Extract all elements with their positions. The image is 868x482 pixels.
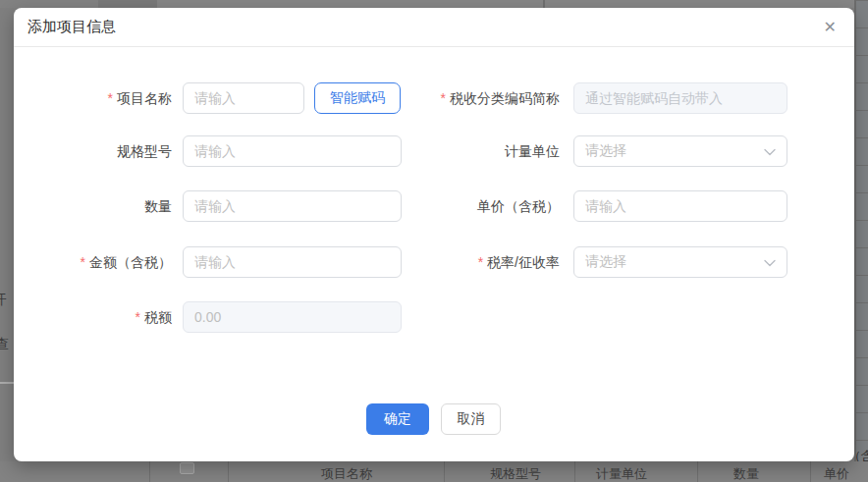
label-text: 计量单位 — [505, 143, 560, 159]
form-row: 数量 单价（含税） — [14, 190, 854, 222]
unit-select-group: 请选择 — [573, 135, 787, 167]
amount-input[interactable] — [183, 246, 402, 278]
close-icon[interactable]: ✕ — [824, 20, 837, 35]
chevron-down-icon — [764, 148, 776, 156]
field-label-spec-model: 规格型号 — [20, 135, 172, 167]
quantity-input[interactable] — [183, 190, 402, 222]
chevron-down-icon — [764, 259, 776, 267]
background-table-border — [574, 461, 575, 482]
add-item-dialog: 添加项目信息 ✕ *项目名称 智能赋码 *税收分类编码简称 规格型号 计量单位 … — [14, 8, 854, 461]
label-text: 金额（含税） — [89, 254, 172, 270]
select-placeholder: 请选择 — [585, 253, 776, 271]
amount-group — [183, 246, 402, 278]
field-label-project-name: *项目名称 — [20, 82, 172, 114]
background-table-border — [149, 461, 150, 482]
field-label-amount: *金额（含税） — [20, 246, 172, 278]
field-label-tax-rate: *税率/征收率 — [403, 246, 560, 278]
form-row: 规格型号 计量单位 请选择 — [14, 135, 854, 167]
required-asterisk: * — [81, 254, 85, 270]
confirm-button[interactable]: 确定 — [366, 403, 429, 435]
tax-rate-select-group: 请选择 — [573, 246, 787, 278]
label-text: 税率/征收率 — [487, 254, 560, 270]
project-name-group: 智能赋码 — [183, 82, 402, 114]
label-text: 单价（含税） — [477, 198, 560, 214]
background-table-border — [697, 461, 698, 482]
background-table-border — [543, 0, 545, 8]
spec-model-input[interactable] — [183, 135, 402, 167]
dialog-title: 添加项目信息 — [27, 18, 116, 36]
background-table-border — [444, 461, 445, 482]
background-checkbox — [180, 462, 194, 474]
label-text: 项目名称 — [117, 90, 172, 106]
label-text: 数量 — [144, 198, 172, 214]
field-label-unit: 计量单位 — [403, 135, 560, 167]
smart-code-button[interactable]: 智能赋码 — [314, 82, 401, 114]
quantity-group — [183, 190, 402, 222]
field-label-quantity: 数量 — [20, 190, 172, 222]
unit-price-input[interactable] — [573, 190, 787, 222]
field-label-unit-price: 单价（含税） — [403, 190, 560, 222]
tax-amount-input — [183, 301, 402, 333]
form-row: *税额 — [14, 301, 854, 333]
cancel-button[interactable]: 取消 — [441, 403, 501, 435]
label-text: 规格型号 — [117, 143, 172, 159]
background-text-fragment: 开 — [0, 292, 7, 309]
required-asterisk: * — [136, 309, 140, 325]
background-column-header: 单价 — [824, 465, 849, 482]
background-column-header: 项目名称 — [321, 465, 372, 482]
field-label-tax-code-name: *税收分类编码简称 — [403, 82, 560, 114]
background-page-top-strip — [0, 0, 854, 8]
label-text: 税额 — [144, 309, 172, 325]
select-placeholder: 请选择 — [585, 142, 776, 160]
background-column-header: 规格型号 — [490, 465, 541, 482]
background-column-header: 数量 — [733, 465, 759, 482]
dialog-footer: 确定 取消 — [366, 403, 501, 435]
unit-price-group — [573, 190, 787, 222]
background-segment — [98, 0, 157, 8]
label-text: 税收分类编码简称 — [450, 90, 560, 106]
tax-amount-group — [183, 301, 402, 333]
background-page-left-strip: 开 查 — [0, 8, 14, 461]
field-label-tax-amount: *税额 — [20, 301, 172, 333]
background-divider — [0, 382, 14, 384]
tax-rate-select[interactable]: 请选择 — [573, 246, 787, 278]
background-segment — [0, 0, 98, 8]
form-row: *项目名称 智能赋码 *税收分类编码简称 — [14, 82, 854, 114]
required-asterisk: * — [441, 90, 446, 106]
spec-model-group — [183, 135, 402, 167]
background-text-fragment: 查 — [0, 336, 9, 353]
background-table-border — [810, 461, 811, 482]
tax-code-name-group — [573, 82, 787, 114]
tax-code-name-input — [573, 82, 787, 114]
dialog-header: 添加项目信息 ✕ — [14, 8, 854, 47]
project-name-input[interactable] — [183, 82, 304, 114]
required-asterisk: * — [108, 90, 113, 106]
unit-select[interactable]: 请选择 — [573, 135, 787, 167]
background-page-right-strip: （含 — [854, 0, 868, 482]
background-table-header: 项目名称 规格型号 计量单位 数量 单价 — [0, 461, 868, 482]
form-row: *金额（含税） *税率/征收率 请选择 — [14, 246, 854, 278]
required-asterisk: * — [478, 254, 483, 270]
background-table-border — [228, 461, 229, 482]
background-column-header: 计量单位 — [596, 465, 647, 482]
